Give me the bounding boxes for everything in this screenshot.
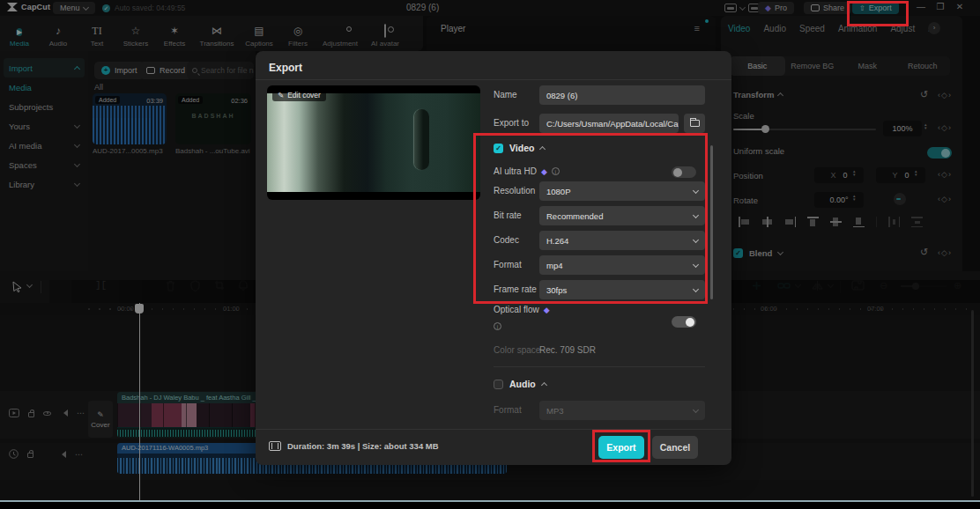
optical-flow-info-icon: i [494,322,501,330]
annotation-export-top [847,1,909,26]
pencil-icon: ✎ [278,91,284,100]
audio-section-label: Audio [509,379,536,389]
cancel-button[interactable]: Cancel [652,436,698,459]
optical-flow-toggle[interactable] [672,316,696,328]
car-door-handle [414,109,429,170]
audio-checkbox[interactable] [494,380,503,389]
export-summary: Duration: 3m 39s | Size: about 334 MB [287,441,439,451]
dialog-title: Export [269,62,302,74]
name-input[interactable]: 0829 (6) [539,85,705,105]
annotation-video-settings [473,133,708,304]
export-to-label: Export to [494,118,529,128]
dialog-scrollbar[interactable] [710,145,713,299]
annotation-export-confirm [592,430,650,462]
film-icon [269,441,281,451]
audio-format-select: MP3 [539,401,705,420]
window-bottom-gap [0,502,980,509]
capcut-window: CapCut Menu ✓ Auto saved: 04:49:55 0829 … [0,0,980,509]
edit-cover-label: Edit cover [287,91,321,100]
color-space-label: Color space [494,345,540,355]
export-cover-preview: ✎ Edit cover [267,85,480,200]
browse-folder-button[interactable] [684,114,705,133]
collapse-audio-icon[interactable] [541,381,547,387]
audio-format-value: MP3 [546,406,564,416]
video-frame [267,93,480,192]
color-space-value: Rec. 709 SDR [539,345,596,355]
export-to-input[interactable]: C:/Users/Usman/AppData/Local/CapCut/... [539,114,679,133]
name-label: Name [494,90,517,100]
edit-cover-button[interactable]: ✎ Edit cover [272,89,326,101]
optical-flow-label: Optical flow [494,305,539,314]
folder-icon [690,120,700,127]
pro-diamond-icon: ◆ [544,306,550,314]
audio-format-label: Format [494,405,522,415]
